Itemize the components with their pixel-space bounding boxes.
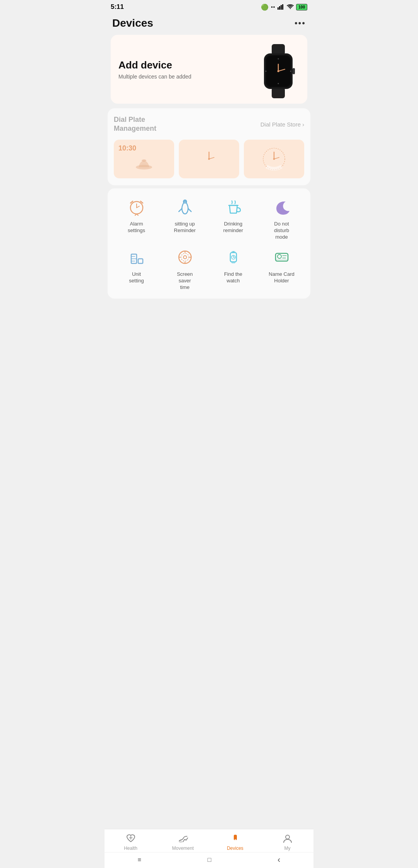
settings-section: Alarmsettings sitting upReminder <box>108 188 310 299</box>
screensaver-icon <box>176 248 194 267</box>
dial-plate-store-button[interactable]: Dial Plate Store › <box>260 121 304 128</box>
svg-point-18 <box>142 159 146 162</box>
screensaver-icon-wrap <box>174 246 196 268</box>
screensaver-time-item[interactable]: Screensavertime <box>162 246 207 291</box>
dial-plate-header: Dial PlateManagement Dial Plate Store › <box>114 115 304 133</box>
settings-grid: Alarmsettings sitting upReminder <box>114 196 304 291</box>
svg-point-12 <box>290 71 291 72</box>
svg-line-28 <box>137 206 139 208</box>
svg-point-10 <box>278 83 279 84</box>
alarm-settings-item[interactable]: Alarmsettings <box>114 196 159 241</box>
drinking-reminder-item[interactable]: Drinkingreminder <box>211 196 256 241</box>
dnd-icon-wrap <box>271 196 293 218</box>
more-options-button[interactable]: ••• <box>295 18 306 28</box>
svg-point-52 <box>233 251 234 253</box>
unit-icon <box>127 248 146 267</box>
screensaver-label: Screensavertime <box>177 271 193 291</box>
sitting-icon-wrap <box>174 196 196 218</box>
find-watch-label: Find thewatch <box>224 271 242 284</box>
svg-point-57 <box>278 255 281 258</box>
dial-faces-list: 10:30 <box>114 140 304 178</box>
namecard-item[interactable]: Name CardHolder <box>259 246 304 291</box>
find-watch-item[interactable]: Find thewatch <box>211 246 256 291</box>
dial-plate-title: Dial PlateManagement <box>114 115 156 133</box>
svg-rect-1 <box>279 6 280 10</box>
dial-face-3[interactable] <box>244 140 304 178</box>
svg-line-33 <box>179 208 182 212</box>
dnd-label: Do notdisturbmode <box>274 221 289 241</box>
status-bar: 5:11 🟢 •• 100 <box>104 0 314 12</box>
svg-point-11 <box>266 71 267 72</box>
dnd-mode-item[interactable]: Do notdisturbmode <box>259 196 304 241</box>
find-watch-icon <box>224 248 243 267</box>
svg-point-43 <box>181 253 189 261</box>
page-header: Devices ••• <box>104 12 314 35</box>
add-device-info: Add device Multiple devices can be added <box>118 59 191 80</box>
svg-point-25 <box>273 158 275 160</box>
unit-label: Unitsetting <box>129 271 144 284</box>
namecard-icon <box>272 248 291 267</box>
svg-rect-2 <box>281 5 282 10</box>
watch-image <box>257 44 300 94</box>
namecard-label: Name CardHolder <box>269 271 294 284</box>
battery-indicator: 100 <box>296 4 307 10</box>
svg-rect-0 <box>278 7 279 10</box>
alarm-icon <box>127 198 146 216</box>
moon-icon <box>272 198 291 216</box>
drinking-label: Drinkingreminder <box>223 221 243 234</box>
add-device-title: Add device <box>118 59 191 71</box>
svg-line-34 <box>188 208 191 212</box>
sitting-icon <box>176 198 194 216</box>
sitting-label: sitting upReminder <box>174 221 195 234</box>
find-watch-icon-wrap <box>223 246 244 268</box>
svg-rect-3 <box>282 4 283 10</box>
svg-rect-4 <box>272 44 285 55</box>
alarm-icon-wrap <box>126 196 147 218</box>
svg-point-21 <box>208 158 210 160</box>
svg-point-15 <box>278 70 279 72</box>
svg-rect-5 <box>272 87 285 98</box>
svg-rect-51 <box>231 261 235 263</box>
namecard-icon-wrap <box>271 246 293 268</box>
wifi-icon <box>287 4 294 10</box>
unit-setting-item[interactable]: Unitsetting <box>114 246 159 291</box>
add-device-card[interactable]: Add device Multiple devices can be added <box>111 35 307 104</box>
page-title: Devices <box>112 17 153 29</box>
add-device-subtitle: Multiple devices can be added <box>118 73 191 80</box>
drinking-icon <box>224 198 243 216</box>
status-time: 5:11 <box>111 3 124 11</box>
signal-icon <box>278 4 284 10</box>
chevron-right-icon: › <box>302 121 304 128</box>
dial-plate-section: Dial PlateManagement Dial Plate Store › … <box>108 108 310 185</box>
svg-point-44 <box>183 256 187 259</box>
status-icons: 🟢 •• 100 <box>261 3 307 11</box>
svg-point-9 <box>278 58 279 60</box>
unit-icon-wrap <box>126 246 147 268</box>
dots-icon: •• <box>271 4 275 10</box>
sitting-reminder-item[interactable]: sitting upReminder <box>162 196 207 241</box>
dial-face-2[interactable] <box>179 140 239 178</box>
svg-rect-16 <box>293 68 295 74</box>
svg-rect-41 <box>138 259 143 263</box>
app-icon: 🟢 <box>261 3 269 11</box>
alarm-label: Alarmsettings <box>128 221 145 234</box>
drinking-icon-wrap <box>223 196 244 218</box>
dial-face-1[interactable]: 10:30 <box>114 140 174 178</box>
